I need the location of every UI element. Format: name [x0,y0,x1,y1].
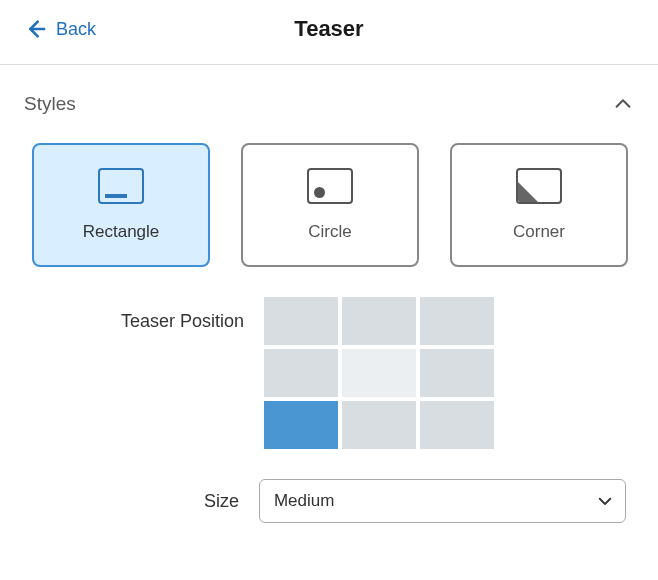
size-field: Size Medium [24,479,634,523]
position-cell-middle-right[interactable] [420,349,494,397]
arrow-left-icon [24,18,46,40]
styles-section-title: Styles [24,93,76,115]
chevron-up-icon [612,93,634,115]
style-card-label: Corner [513,222,565,242]
style-card-label: Rectangle [83,222,160,242]
position-grid [264,297,494,449]
position-cell-top-left[interactable] [264,297,338,345]
size-select[interactable]: Medium [259,479,626,523]
back-label: Back [56,19,96,40]
circle-icon [307,168,353,204]
position-cell-bottom-right[interactable] [420,401,494,449]
style-card-circle[interactable]: Circle [241,143,419,267]
styles-section-header[interactable]: Styles [24,93,634,115]
rectangle-icon [98,168,144,204]
corner-icon [516,168,562,204]
styles-section: Styles Rectangle Circle Corner Teaser Po… [0,65,658,531]
back-button[interactable]: Back [24,18,96,40]
size-select-wrapper: Medium [259,479,626,523]
position-cell-top-center[interactable] [342,297,416,345]
teaser-position-field: Teaser Position [24,297,634,449]
position-cell-top-right[interactable] [420,297,494,345]
position-cell-bottom-left[interactable] [264,401,338,449]
style-card-corner[interactable]: Corner [450,143,628,267]
style-card-rectangle[interactable]: Rectangle [32,143,210,267]
page-title: Teaser [294,16,363,42]
style-card-label: Circle [308,222,351,242]
page-header: Back Teaser [0,0,658,65]
position-cell-middle-left[interactable] [264,349,338,397]
teaser-position-label: Teaser Position [32,297,264,332]
size-select-value: Medium [274,491,334,511]
position-cell-bottom-center[interactable] [342,401,416,449]
size-label: Size [32,491,259,512]
style-options: Rectangle Circle Corner [24,143,634,267]
position-cell-middle-center[interactable] [342,349,416,397]
